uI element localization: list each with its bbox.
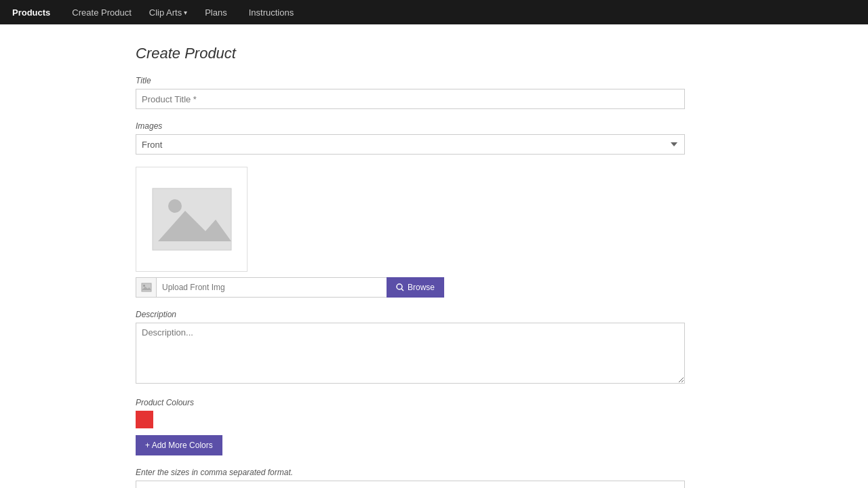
colours-label: Product Colours — [136, 398, 746, 407]
title-label: Title — [136, 76, 746, 85]
title-input[interactable] — [136, 89, 685, 109]
chevron-down-icon: ▾ — [184, 9, 187, 16]
colours-section: Product Colours + Add More Colors — [136, 398, 746, 455]
page-title: Create Product — [136, 45, 746, 62]
upload-icon-box — [136, 277, 156, 298]
image-placeholder-icon — [151, 187, 233, 251]
upload-row: Browse — [136, 277, 746, 298]
svg-point-1 — [168, 199, 182, 213]
sizes-section: Enter the sizes in comma separated forma… — [136, 468, 746, 488]
sizes-input[interactable] — [136, 481, 685, 488]
description-label: Description — [136, 310, 746, 319]
nav-create-product[interactable]: Create Product — [68, 5, 135, 20]
description-section: Description — [136, 310, 746, 386]
colour-swatch-red[interactable] — [136, 411, 153, 428]
add-colors-label: + Add More Colors — [145, 441, 213, 450]
upload-input[interactable] — [156, 277, 387, 298]
nav-plans[interactable]: Plans — [201, 5, 231, 20]
svg-point-6 — [397, 284, 402, 289]
images-section: Images Front Back Side — [136, 121, 746, 155]
nav-products[interactable]: Products — [8, 5, 54, 20]
browse-button[interactable]: Browse — [387, 277, 444, 298]
browse-label: Browse — [408, 283, 435, 292]
add-colors-button[interactable]: + Add More Colors — [136, 435, 222, 455]
nav-clip-arts-label: Clip Arts — [149, 7, 182, 18]
images-dropdown[interactable]: Front Back Side — [136, 134, 685, 155]
image-icon — [141, 283, 152, 292]
main-content: Create Product Title Images Front Back S… — [0, 24, 746, 488]
svg-point-4 — [143, 285, 145, 287]
svg-rect-3 — [142, 283, 151, 291]
title-section: Title — [136, 76, 746, 109]
navbar: Products Create Product Clip Arts ▾ Plan… — [0, 0, 868, 24]
svg-line-7 — [401, 289, 403, 291]
search-icon — [396, 283, 404, 291]
nav-instructions[interactable]: Instructions — [245, 5, 298, 20]
nav-clip-arts[interactable]: Clip Arts ▾ — [149, 7, 187, 18]
sizes-hint: Enter the sizes in comma separated forma… — [136, 468, 746, 477]
description-textarea[interactable] — [136, 323, 685, 384]
images-label: Images — [136, 121, 746, 131]
image-preview — [136, 167, 248, 272]
